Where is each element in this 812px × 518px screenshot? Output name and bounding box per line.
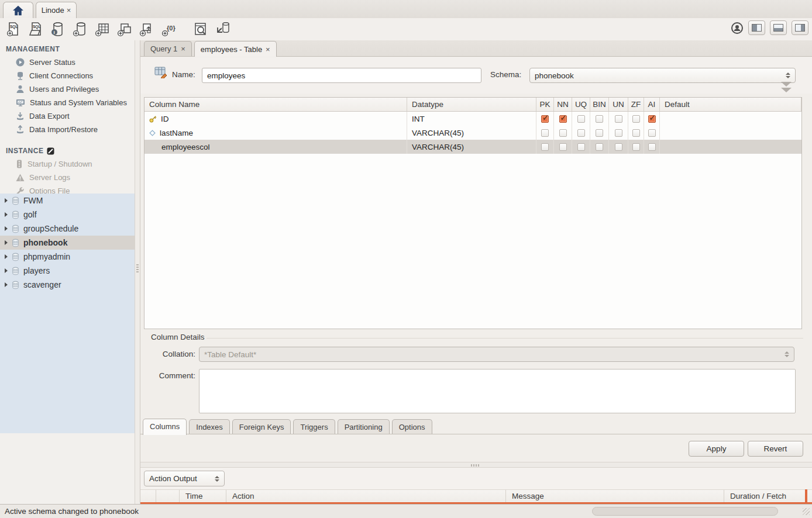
apply-button[interactable]: Apply — [689, 441, 744, 457]
header-nn[interactable]: NN — [554, 98, 572, 111]
collapse-header-icon[interactable] — [781, 82, 792, 94]
header-duration-fetch[interactable]: Duration / Fetch — [724, 490, 812, 502]
header-time[interactable]: Time — [180, 490, 226, 502]
instance-actions-icon[interactable] — [47, 147, 54, 155]
revert-button[interactable]: Revert — [748, 441, 803, 457]
un-checkbox[interactable] — [615, 115, 622, 123]
nn-checkbox[interactable] — [559, 115, 567, 123]
tab-triggers[interactable]: Triggers — [293, 419, 335, 434]
new-sql-tab-icon[interactable]: SQL — [5, 21, 22, 37]
ai-checkbox[interactable] — [648, 115, 656, 123]
ai-checkbox[interactable] — [648, 143, 656, 151]
close-icon[interactable]: × — [266, 45, 270, 54]
spinner-icon[interactable] — [215, 471, 219, 486]
toggle-right-sidebar-button[interactable] — [792, 20, 808, 35]
expander-icon[interactable] — [5, 198, 8, 203]
sidebar-item-users-privileges[interactable]: Users and Privileges — [0, 82, 135, 96]
collation-select[interactable]: *Table Default* — [199, 347, 794, 362]
tab-partitioning[interactable]: Partitioning — [338, 419, 390, 434]
header-datatype[interactable]: Datatype — [407, 98, 536, 111]
pk-checkbox[interactable] — [541, 115, 549, 123]
horizontal-scrollbar-thumb[interactable] — [592, 507, 778, 516]
column-row-employeescol[interactable]: employeescol VARCHAR(45) — [144, 140, 801, 154]
spinner-icon[interactable] — [786, 68, 790, 82]
connection-status-icon[interactable] — [731, 22, 744, 34]
reconnect-dbms-icon[interactable] — [214, 21, 232, 37]
output-splitter[interactable] — [140, 462, 812, 468]
schema-item-phonebook[interactable]: phonebook — [0, 236, 135, 250]
schema-select[interactable]: phonebook — [529, 68, 796, 83]
create-procedure-icon[interactable] — [138, 21, 156, 37]
header-message[interactable]: Message — [506, 490, 724, 502]
header-ai[interactable]: AI — [644, 98, 660, 111]
column-row-id[interactable]: ID INT — [144, 112, 801, 126]
connection-tab[interactable]: Linode × — [36, 2, 77, 18]
create-function-icon[interactable]: {0} — [160, 21, 178, 37]
header-pk[interactable]: PK — [536, 98, 554, 111]
sidebar-item-client-connections[interactable]: Client Connections — [0, 69, 135, 82]
output-selector[interactable]: Action Output — [144, 471, 225, 486]
sidebar-item-status-system-variables[interactable]: Status and System Variables — [0, 96, 135, 109]
sidebar-item-server-logs[interactable]: Server Logs — [0, 171, 135, 184]
header-action[interactable]: Action — [226, 490, 506, 502]
tab-indexes[interactable]: Indexes — [189, 419, 230, 434]
expander-icon[interactable] — [5, 282, 8, 287]
open-sql-script-icon[interactable]: SQL — [27, 21, 44, 37]
table-name-input[interactable] — [202, 68, 481, 83]
create-table-icon[interactable] — [94, 21, 111, 37]
tab-query-1[interactable]: Query 1 × — [144, 41, 192, 56]
schema-item-phpmyadmin[interactable]: phpmyadmin — [0, 250, 135, 264]
zf-checkbox[interactable] — [632, 129, 640, 137]
schema-item-groupschedule[interactable]: groupSchedule — [0, 222, 135, 236]
close-icon[interactable]: × — [181, 44, 185, 53]
window-resize-grip[interactable] — [803, 508, 810, 515]
search-table-data-icon[interactable] — [192, 21, 209, 37]
schema-inspector-icon[interactable]: i — [49, 21, 67, 37]
sidebar-splitter[interactable] — [135, 40, 140, 504]
header-un[interactable]: UN — [609, 98, 628, 111]
expander-icon[interactable] — [5, 226, 8, 231]
sidebar-item-startup-shutdown[interactable]: Startup / Shutdown — [0, 157, 135, 171]
comment-textarea[interactable] — [199, 369, 796, 413]
un-checkbox[interactable] — [615, 143, 622, 151]
create-schema-icon[interactable] — [71, 21, 89, 37]
zf-checkbox[interactable] — [632, 115, 640, 123]
header-default[interactable]: Default — [660, 98, 801, 111]
sidebar-item-server-status[interactable]: Server Status — [0, 56, 135, 69]
uq-checkbox[interactable] — [577, 115, 585, 123]
un-checkbox[interactable] — [615, 129, 622, 137]
expander-icon[interactable] — [5, 268, 8, 273]
uq-checkbox[interactable] — [577, 143, 585, 151]
sidebar-item-data-export[interactable]: Data Export — [0, 109, 135, 123]
sidebar-item-data-import[interactable]: Data Import/Restore — [0, 123, 135, 136]
tab-employees-table[interactable]: employees - Table × — [194, 41, 277, 57]
ai-checkbox[interactable] — [648, 129, 656, 137]
schema-item-players[interactable]: players — [0, 264, 135, 278]
pk-checkbox[interactable] — [541, 129, 549, 137]
column-row-lastname[interactable]: lastName VARCHAR(45) — [144, 126, 801, 140]
bin-checkbox[interactable] — [596, 129, 603, 137]
toggle-output-area-button[interactable] — [770, 20, 787, 35]
bin-checkbox[interactable] — [596, 115, 603, 123]
header-zf[interactable]: ZF — [628, 98, 644, 111]
pk-checkbox[interactable] — [541, 143, 549, 151]
toggle-left-sidebar-button[interactable] — [748, 20, 765, 35]
schema-item-golf[interactable]: golf — [0, 208, 135, 222]
header-bin[interactable]: BIN — [590, 98, 609, 111]
nn-checkbox[interactable] — [559, 143, 567, 151]
nn-checkbox[interactable] — [559, 129, 567, 137]
expander-icon[interactable] — [5, 240, 8, 245]
zf-checkbox[interactable] — [632, 143, 640, 151]
schema-item-scavenger[interactable]: scavenger — [0, 278, 135, 292]
schema-item-fwm[interactable]: FWM — [0, 194, 135, 208]
header-uq[interactable]: UQ — [572, 98, 590, 111]
header-column-name[interactable]: Column Name — [144, 98, 407, 111]
create-view-icon[interactable] — [116, 21, 133, 37]
home-tab[interactable] — [3, 2, 33, 18]
close-icon[interactable]: × — [67, 6, 71, 15]
expander-icon[interactable] — [5, 212, 8, 217]
bin-checkbox[interactable] — [596, 143, 603, 151]
expander-icon[interactable] — [5, 254, 8, 259]
tab-options[interactable]: Options — [392, 419, 432, 434]
tab-foreign-keys[interactable]: Foreign Keys — [232, 419, 291, 434]
